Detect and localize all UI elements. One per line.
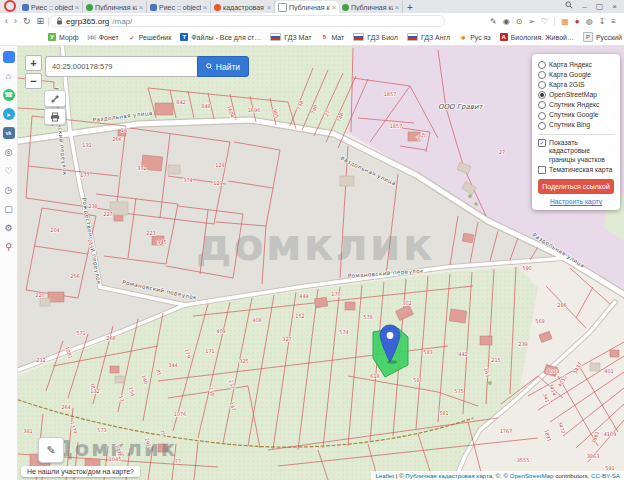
bookmarks-heart-icon[interactable]: ♡	[3, 165, 15, 177]
tab-close-icon[interactable]: ×	[139, 4, 143, 11]
green-map-icon	[342, 4, 349, 11]
map-canvas[interactable]: домкликДомклик Раздольная улицаРаздольна…	[18, 46, 624, 480]
parcel-number-label: 381	[23, 428, 33, 434]
bookmark-item[interactable]: ГДЗ Биол	[353, 33, 398, 41]
attribution-link[interactable]: Публичная кадастровая карта	[405, 472, 492, 479]
zoom-out-button[interactable]: −	[25, 73, 42, 89]
browser-tab[interactable]: кадастровая карта ко…×	[211, 1, 275, 13]
vk-icon[interactable]: vk	[3, 127, 15, 139]
home-icon[interactable]: ⌂	[3, 70, 15, 82]
minimize-button[interactable]: –	[582, 2, 586, 11]
browser-tab[interactable]: Публичная кадастро…×	[83, 1, 147, 13]
layer-checkbox[interactable]: Тематическая карта	[538, 166, 614, 175]
panels-icon[interactable]: ≡	[611, 17, 616, 26]
maximize-button[interactable]: ▢	[596, 2, 604, 11]
tab-close-icon[interactable]: ×	[395, 4, 399, 11]
instagram-icon[interactable]: ◎	[3, 146, 15, 158]
find-button[interactable]: Найти	[197, 56, 249, 77]
share-icon[interactable]: ✎	[490, 17, 497, 26]
bookmark-label: Решебник	[139, 34, 172, 41]
bookmark-item[interactable]: РРусский язык 5 кла…	[583, 32, 624, 42]
radio-icon[interactable]	[538, 61, 546, 69]
radio-icon[interactable]	[538, 91, 546, 99]
tab-close-icon[interactable]: ×	[203, 4, 207, 11]
bookmark-item[interactable]: TФайлы - Все для ст…	[180, 33, 261, 41]
settings-icon[interactable]: ⚙	[3, 222, 15, 234]
radio-icon[interactable]	[538, 71, 546, 79]
checkbox-icon[interactable]: ✓	[538, 139, 546, 147]
share-link-button[interactable]: Поделиться ссылкой	[538, 179, 614, 194]
parcel-number-label: 27	[499, 149, 505, 155]
map-attribution: Leaflet | © Публичная кадастровая карта,…	[371, 471, 624, 480]
send-to-flow-icon[interactable]: ➢	[528, 17, 535, 26]
bookmark-item[interactable]: ГДЗ Англ	[407, 33, 450, 41]
crypto-wallet-icon[interactable]: ⊙	[516, 17, 523, 26]
not-found-hint[interactable]: Не нашли участок/дом на карте?	[21, 466, 140, 477]
radio-icon[interactable]	[538, 81, 546, 89]
layer-option[interactable]: Карта Google	[538, 71, 614, 80]
cart-extension-icon[interactable]: ▦	[561, 17, 569, 26]
parcel-number-label: 238	[88, 203, 98, 209]
browser-tab[interactable]: Публичная кадастро…×	[339, 1, 403, 13]
tab-close-icon[interactable]: ×	[332, 4, 336, 11]
bookmark-item[interactable]: 5Мат	[320, 33, 344, 41]
workspace-icon[interactable]	[3, 51, 15, 63]
configure-map-link[interactable]: Настроить карту	[538, 198, 614, 205]
zoom-in-button[interactable]: +	[25, 55, 42, 71]
layer-option[interactable]: Спутник Bing	[538, 121, 614, 130]
extensions-icon[interactable]: ▢	[3, 203, 15, 215]
back-button[interactable]: ‹	[5, 16, 8, 26]
opera-logo-icon[interactable]	[4, 0, 16, 12]
whatsapp-icon[interactable]: ☎	[3, 89, 15, 101]
tab-close-icon[interactable]: ×	[75, 4, 79, 11]
url-field[interactable]: egrp365.org/map/	[49, 15, 445, 27]
print-button[interactable]	[44, 108, 66, 125]
forward-button[interactable]: ›	[14, 16, 17, 26]
checkbox-icon[interactable]	[538, 166, 546, 174]
reload-button[interactable]: ↻	[23, 16, 31, 26]
layer-option[interactable]: Спутник Google	[538, 111, 614, 120]
ru-flag-icon	[353, 33, 364, 41]
pencil-icon: ✎	[46, 444, 55, 457]
telegram-icon[interactable]: ➤	[3, 108, 15, 120]
browser-tab[interactable]: Риес :: object×	[147, 1, 211, 13]
bookmark-item[interactable]: УМорф	[48, 33, 78, 41]
radio-icon[interactable]	[538, 101, 546, 109]
layer-option[interactable]: OpenStreetMap	[538, 91, 614, 100]
bookmark-item[interactable]: ГДЗ Мат	[270, 33, 311, 41]
bookmark-item[interactable]: ✱Рус яз	[459, 33, 491, 41]
search-lamp-icon[interactable]: ⚲	[3, 241, 15, 253]
vpn-extension-icon[interactable]: ◍	[586, 17, 593, 26]
bookmark-item[interactable]: [ф]Фонет	[87, 33, 118, 41]
layer-option[interactable]: Карта 2GIS	[538, 81, 614, 90]
attribution-link[interactable]: OpenStreetMap	[510, 472, 554, 479]
tab-search-icon[interactable]	[565, 1, 573, 11]
layer-checkbox[interactable]: ✓Показать кадастровые границы участков	[538, 139, 614, 164]
paw-badge-icon: ✱	[459, 33, 467, 41]
attribution-link[interactable]: Leaflet	[375, 472, 394, 479]
radio-icon[interactable]	[538, 112, 546, 120]
layer-option[interactable]: Спутник Яндекс	[538, 101, 614, 110]
download-icon[interactable]: ↧	[599, 17, 606, 26]
measure-button[interactable]	[44, 90, 66, 107]
tab-close-icon[interactable]: ×	[267, 4, 271, 11]
speed-dial-button[interactable]: ⊞	[37, 16, 45, 26]
radio-icon[interactable]	[538, 122, 546, 130]
history-icon[interactable]: ◷	[3, 184, 15, 196]
bookmark-item[interactable]: АБиология. Живой…	[500, 33, 574, 41]
cadastral-number-input[interactable]	[45, 56, 197, 77]
bookmark-item[interactable]: ✓Решебник	[128, 33, 172, 41]
layer-checkbox-label: Тематическая карта	[549, 166, 612, 174]
draw-button[interactable]: ✎	[38, 437, 64, 463]
attribution-link[interactable]: CC-BY-SA	[591, 472, 620, 479]
parcel-number-label: 256	[70, 273, 80, 279]
browser-tab[interactable]: Риес :: objects×	[19, 1, 83, 13]
avatar-extension-icon[interactable]: ●	[575, 17, 580, 26]
new-tab-button[interactable]: +	[403, 3, 417, 13]
snapshot-icon[interactable]: ◉	[503, 17, 510, 26]
bookmark-heart-icon[interactable]: ♡	[541, 17, 548, 26]
close-button[interactable]: ×	[612, 2, 617, 11]
parcel-number-label: 4088	[547, 368, 560, 374]
browser-tab[interactable]: Публичная кадастро…×	[275, 1, 339, 13]
layer-option[interactable]: Карта Яндекс	[538, 61, 614, 70]
